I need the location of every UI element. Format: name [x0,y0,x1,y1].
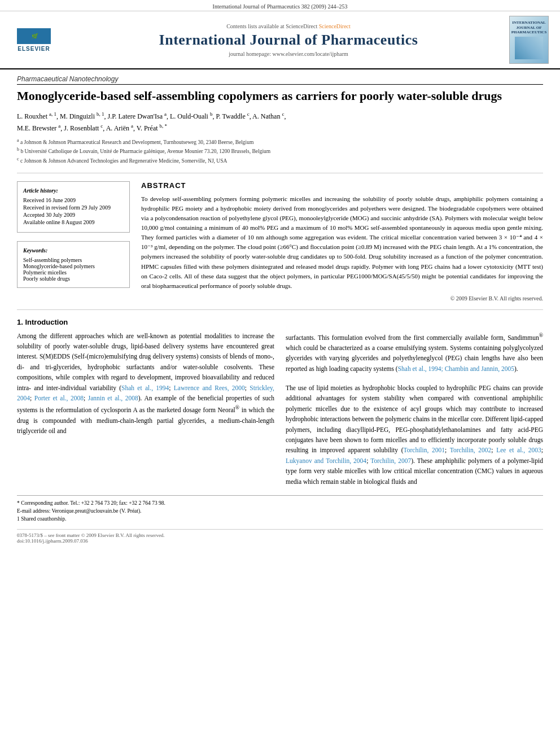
bottom-bar: 0378-5173/$ – see front matter © 2009 El… [17,529,543,544]
ref-shah-chambin[interactable]: Shah et al., 1994; Chambin and Jannin, 2… [398,365,514,372]
ref-shah-1994[interactable]: Shah et al., 1994 [121,385,169,391]
abstract-text: To develop self-assembling polymers form… [141,194,543,290]
article-history-box: Article history: Received 16 June 2009 R… [17,181,130,233]
issn-line: 0378-5173/$ – see front matter © 2009 El… [17,532,543,538]
ref-torchilin-2001[interactable]: Torchilin, 2001 [404,447,445,453]
left-column: Article history: Received 16 June 2009 R… [17,181,130,301]
journal-reference: International Journal of Pharmaceutics 3… [213,3,348,10]
footnote-area: * Corresponding author. Tel.: +32 2 764 … [17,495,543,523]
sciencedirect-link[interactable]: ScienceDirect [319,23,351,29]
intro-left-paragraph: Among the different approaches which are… [17,331,274,436]
section-label: Pharmacaeutical Nanotechnology [17,75,543,85]
authors-line: L. Rouxhet a, 1, M. Dinguizli b, 1, J.P.… [17,110,543,134]
ref-porter-2008[interactable]: Porter et al., 2008 [34,395,84,401]
keywords-title: Keywords: [23,247,124,254]
main-content: Pharmacaeutical Nanotechnology Monoglyce… [0,69,560,555]
introduction-section: 1. Introduction Among the different appr… [17,318,543,487]
keyword-3: Polymeric micelles [23,269,124,276]
received-date: Received 16 June 2009 [23,197,124,203]
footnote-star: * Corresponding author. Tel.: +32 2 764 … [17,499,543,507]
footnote-email: E-mail address: Veronique.preat@uclouvai… [17,507,543,515]
available-date: Available online 8 August 2009 [23,219,124,225]
keyword-4: Poorly soluble drugs [23,276,124,282]
thumbnail-image [515,37,543,59]
intro-body-columns: Among the different approaches which are… [17,331,543,487]
top-bar: International Journal of Pharmaceutics 3… [0,0,560,11]
divider-2 [17,309,543,310]
right-column: ABSTRACT To develop self-assembling poly… [141,181,543,301]
intro-title: 1. Introduction [17,318,543,326]
ref-lawrence-2000[interactable]: Lawrence and Rees, 2000 [174,385,245,391]
affiliations: a a Johnson & Johnson Pharmaceutical Res… [17,137,543,165]
ref-torchilin-2002[interactable]: Torchilin, 2002 [450,447,492,453]
elsevier-brand: ELSEVIER [18,46,50,52]
copyright-line: © 2009 Elsevier B.V. All rights reserved… [141,295,543,302]
article-history-title: Article history: [23,187,124,194]
ref-jannin-2008[interactable]: Jannin et al., 2008 [88,395,138,401]
abstract-title: ABSTRACT [141,181,543,190]
ref-torchilin-2007[interactable]: Torchilin, 2007 [370,457,411,464]
elsevier-logo: 🌿 ELSEVIER [11,28,56,52]
elsevier-logo-box: 🌿 [17,28,51,44]
thumbnail-text: INTERNATIONALJOURNAL OFPHARMACEUTICS [511,20,547,34]
divider [17,173,543,173]
accepted-date: Accepted 30 July 2009 [23,212,124,218]
journal-thumbnail: INTERNATIONALJOURNAL OFPHARMACEUTICS [509,16,549,64]
journal-title: International Journal of Pharmaceutics [68,32,509,49]
journal-homepage: journal homepage: www.elsevier.com/locat… [68,51,509,57]
article-body-columns: Article history: Received 16 June 2009 R… [17,181,543,301]
journal-center: Contents lists available at ScienceDirec… [68,23,509,57]
elsevier-logo-image: 🌿 [31,33,37,39]
doi-line: doi:10.1016/j.ijpharm.2009.07.036 [17,538,543,544]
ref-lukyanov-2004[interactable]: Lukyanov and Torchilin, 2004 [286,457,366,464]
ref-lee-2003[interactable]: Lee et al., 2003 [496,447,541,453]
keyword-1: Self-assembling polymers [23,257,124,263]
intro-right-paragraph-2: The use of lipid moieties as hydrophobic… [286,383,543,487]
keyword-2: Monoglyceride-based polymers [23,263,124,269]
journal-header: 🌿 ELSEVIER Contents lists available at S… [0,11,560,69]
revised-date: Received in revised form 29 July 2009 [23,204,124,211]
footnote-shared: 1 Shared coauthorship. [17,515,543,523]
article-title: Monoglyceride-based self-assembling copo… [17,88,543,104]
keywords-box: Keywords: Self-assembling polymers Monog… [17,241,130,288]
intro-left-text: Among the different approaches which are… [17,331,274,487]
sciencedirect-line: Contents lists available at ScienceDirec… [68,23,509,29]
intro-right-text: surfactants. This formulation evolved fr… [286,331,543,487]
intro-right-paragraph-1: surfactants. This formulation evolved fr… [286,331,543,374]
